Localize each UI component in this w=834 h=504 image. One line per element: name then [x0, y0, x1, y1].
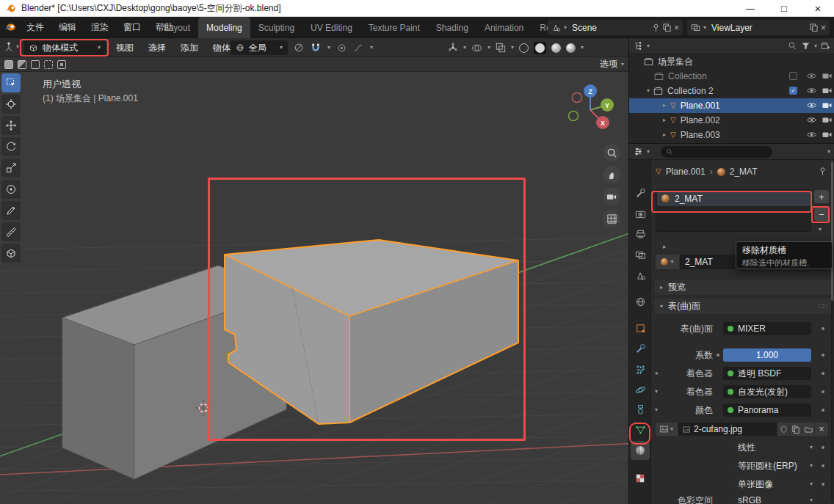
xray-caret-icon[interactable]: ▾ [511, 45, 514, 51]
outliner-editor-caret-icon[interactable]: ▾ [647, 43, 650, 49]
maximize-button[interactable]: □ [768, 0, 800, 17]
tab-modeling[interactable]: Modeling [198, 17, 250, 38]
menu-window[interactable]: 窗口 [116, 21, 148, 34]
properties-editor-icon[interactable] [634, 147, 643, 156]
outliner-item-label[interactable]: 场景集合 [658, 56, 693, 68]
overlays-caret-icon[interactable]: ▾ [487, 45, 490, 51]
decorator-dot[interactable] [822, 464, 824, 467]
tool-rotate[interactable] [1, 137, 21, 156]
outliner-editor-icon[interactable] [634, 41, 643, 51]
tab-physics[interactable] [631, 380, 650, 399]
tab-world[interactable] [631, 292, 650, 311]
properties-editor-caret-icon[interactable]: ▾ [647, 149, 650, 155]
snap-settings-caret-icon[interactable]: ▾ [327, 45, 330, 51]
scene-name[interactable]: Scene [570, 23, 649, 33]
select-mode-extend-icon[interactable] [18, 60, 26, 69]
menu-select[interactable]: 选择 [141, 42, 173, 54]
shading-rendered-button[interactable] [566, 43, 576, 53]
viewlayer-selector[interactable]: ▾ ViewLayer × [687, 20, 830, 35]
zoom-button[interactable] [603, 144, 620, 161]
disclosure-icon[interactable]: ▸ [663, 103, 666, 109]
tool-scale[interactable] [1, 158, 21, 178]
options-dropdown[interactable]: 选项 ▾ [600, 58, 624, 70]
new-scene-icon[interactable] [663, 23, 671, 32]
tab-modifiers[interactable] [631, 339, 650, 358]
scene-browse-caret-icon[interactable]: ▾ [564, 25, 567, 31]
outliner-row-collection[interactable]: Collection [629, 69, 834, 84]
snapping-magnet-icon[interactable] [311, 43, 321, 53]
new-collection-icon[interactable] [821, 41, 830, 51]
pan-hand-button[interactable] [603, 166, 620, 183]
breadcrumb-object[interactable]: Plane.001 [666, 167, 706, 177]
image-name-field[interactable]: 2-cufang.jpg [678, 423, 777, 436]
projection-dropdown[interactable]: 等距圆柱(ERP) ▾ [733, 459, 817, 472]
select-mode-subtract-icon[interactable] [31, 60, 40, 69]
expand-arrow-icon[interactable]: ▸ [663, 244, 667, 250]
select-mode-new-icon[interactable] [4, 60, 13, 69]
decorator-dot[interactable] [822, 354, 824, 357]
tab-sculpting[interactable]: Sculpting [250, 17, 302, 38]
decorator-dot[interactable] [822, 327, 824, 330]
menu-add[interactable]: 添加 [173, 42, 206, 54]
properties-scrollbar[interactable] [831, 161, 833, 502]
unlink-scene-icon[interactable]: × [674, 23, 679, 33]
image-fake-user-button[interactable] [777, 423, 789, 436]
filter-caret-icon[interactable]: ▾ [814, 43, 817, 49]
decorator-dot[interactable] [822, 390, 824, 393]
remove-material-slot-button[interactable]: − [814, 208, 829, 221]
transform-orientation-dropdown[interactable]: 全局 ▾ [231, 40, 288, 55]
camera-icon[interactable] [822, 73, 832, 79]
tab-animation[interactable]: Animation [476, 17, 532, 38]
outliner-search-icon[interactable] [788, 41, 797, 51]
pin-id-icon[interactable] [819, 167, 827, 176]
close-button[interactable]: × [802, 0, 834, 17]
properties-search-field[interactable] [661, 146, 772, 158]
falloff-caret-icon[interactable]: ▾ [370, 45, 373, 51]
tab-view-layer[interactable] [631, 245, 650, 264]
tool-transform[interactable] [1, 180, 21, 199]
remove-viewlayer-icon[interactable]: × [821, 23, 826, 33]
tab-uv-editing[interactable]: UV Editing [302, 17, 360, 38]
camera-icon[interactable] [822, 102, 832, 109]
breadcrumb-material[interactable]: 2_MAT [730, 167, 758, 177]
camera-icon[interactable] [822, 87, 832, 94]
tab-tool[interactable] [631, 183, 650, 202]
tab-output[interactable] [631, 224, 650, 244]
snap-toggle-icon[interactable] [294, 43, 304, 53]
image-open-button[interactable] [802, 423, 814, 436]
image-copy-button[interactable] [790, 423, 802, 436]
menu-render[interactable]: 渲染 [84, 21, 116, 34]
outliner-row-collection-2[interactable]: ▾ Collection 2 ✓ [629, 84, 834, 98]
decorator-dot[interactable] [822, 409, 824, 412]
collection-checkbox[interactable] [789, 72, 797, 80]
disclosure-icon[interactable]: ▸ [663, 117, 666, 123]
decorator-dot[interactable] [822, 372, 824, 375]
gizmo-neg-x[interactable] [573, 93, 582, 103]
interpolation-dropdown[interactable]: 线性 ▾ [733, 441, 817, 454]
outliner-item-label[interactable]: Collection [668, 71, 707, 81]
material-browse-button[interactable]: ▾ [656, 255, 679, 269]
tab-material[interactable] [631, 441, 650, 460]
collection-checkbox[interactable]: ✓ [789, 87, 797, 95]
shading-caret-icon[interactable]: ▾ [581, 45, 584, 51]
outliner-item-label[interactable]: Collection 2 [667, 86, 714, 96]
properties-filter-caret-icon[interactable]: ▾ [827, 149, 830, 155]
editor-type-button[interactable]: ▾ [4, 42, 19, 52]
outliner-item-label[interactable]: Plane.001 [681, 101, 720, 111]
show-overlays-icon[interactable] [471, 43, 482, 53]
disclosure-icon[interactable]: ▾ [647, 88, 650, 94]
eye-icon[interactable] [807, 131, 816, 138]
viewport-3d-scene[interactable]: Z Y X [0, 38, 628, 504]
toggle-xray-icon[interactable] [496, 43, 506, 53]
ortho-grid-button[interactable] [603, 210, 620, 227]
outliner-row-plane-001[interactable]: ▸ ▽ Plane.001 [629, 98, 834, 113]
tab-particles[interactable] [631, 359, 650, 379]
tab-layout[interactable]: Layout [156, 17, 198, 38]
panel-surface-header[interactable]: ▾ 表(曲)面 ∷∷ [654, 299, 833, 314]
menu-edit[interactable]: 编辑 [51, 21, 84, 34]
image-unlink-button[interactable]: × [815, 423, 828, 436]
tool-measure[interactable] [1, 222, 21, 241]
shading-solid-button[interactable] [534, 42, 546, 54]
camera-icon[interactable] [822, 117, 832, 123]
show-gizmo-icon[interactable] [448, 43, 458, 53]
